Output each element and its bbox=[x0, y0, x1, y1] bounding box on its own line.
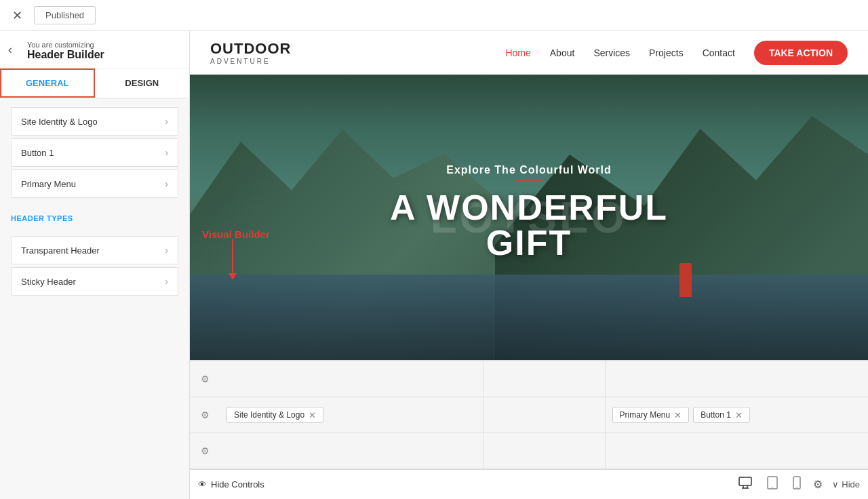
sidebar-items-section: Site Identity & Logo › Button 1 › Primar… bbox=[0, 99, 189, 203]
sidebar-item-label: Primary Menu bbox=[21, 179, 76, 189]
nav-home[interactable]: Home bbox=[505, 47, 530, 58]
published-button[interactable]: Published bbox=[34, 6, 96, 24]
site-logo: OUTDOOR ADVENTURE bbox=[210, 41, 291, 64]
chip-site-identity: Site Identity & Logo ✕ bbox=[226, 407, 323, 423]
builder-row-2-center bbox=[484, 397, 606, 433]
hide-button[interactable]: ∨ Hide bbox=[832, 479, 860, 490]
arrow-head bbox=[229, 273, 237, 280]
svg-point-7 bbox=[796, 487, 797, 488]
builder-row-gear-3[interactable]: ⚙ bbox=[190, 445, 220, 456]
hero-background: LOYSEO Explore The Colourful World A WON… bbox=[190, 75, 868, 360]
builder-row-3-left bbox=[220, 433, 484, 468]
water-reflection bbox=[190, 275, 868, 360]
sidebar-header: ‹ You are customizing Header Builder bbox=[0, 31, 189, 68]
main-layout: ‹ You are customizing Header Builder GEN… bbox=[0, 31, 868, 499]
chip-remove-button1[interactable]: ✕ bbox=[735, 411, 743, 420]
header-types-label: HEADER TYPES bbox=[0, 203, 189, 228]
arrow-line bbox=[232, 239, 233, 273]
top-bar: ✕ Published bbox=[0, 0, 868, 31]
close-button[interactable]: ✕ bbox=[7, 5, 27, 26]
tablet-view-button[interactable] bbox=[764, 473, 781, 496]
chip-remove-site-identity[interactable]: ✕ bbox=[309, 411, 316, 420]
hero-subtitle: Explore The Colourful World bbox=[359, 164, 698, 176]
builder-row-2-left: Site Identity & Logo ✕ bbox=[220, 397, 484, 433]
hero-figure bbox=[679, 263, 692, 297]
sidebar-item-sticky-header[interactable]: Sticky Header › bbox=[11, 267, 178, 296]
hero-text: Explore The Colourful World A WONDERFUL … bbox=[359, 164, 698, 260]
logo-line2: ADVENTURE bbox=[210, 58, 291, 65]
site-header-preview: OUTDOOR ADVENTURE Home About Services Pr… bbox=[190, 31, 868, 75]
sidebar-item-label: Sticky Header bbox=[21, 277, 76, 287]
cta-button[interactable]: TAKE ACTION bbox=[754, 41, 848, 65]
builder-row-3-right bbox=[606, 433, 869, 468]
builder-row-3-center bbox=[484, 433, 606, 468]
builder-row-3: ⚙ bbox=[190, 433, 868, 469]
chip-button1: Button 1 ✕ bbox=[693, 407, 750, 423]
builder-row-1: ⚙ bbox=[190, 361, 868, 397]
chevron-right-icon: › bbox=[165, 147, 168, 158]
builder-row-2-right: Primary Menu ✕ Button 1 ✕ bbox=[606, 397, 869, 433]
hero-section: LOYSEO Explore The Colourful World A WON… bbox=[190, 75, 868, 360]
customizing-label: You are customizing bbox=[27, 41, 178, 49]
builder-row-1-left bbox=[220, 361, 484, 397]
top-bar-left: ✕ Published bbox=[0, 5, 96, 26]
sidebar-item-site-identity[interactable]: Site Identity & Logo › bbox=[11, 107, 178, 136]
builder-grid: ⚙ ⚙ Site Identity & Logo ✕ bbox=[190, 360, 868, 469]
hide-label: Hide bbox=[842, 479, 860, 490]
tab-general[interactable]: GENERAL bbox=[0, 68, 95, 98]
settings-gear-button[interactable]: ⚙ bbox=[813, 478, 823, 491]
site-nav: Home About Services Projects Contact TAK… bbox=[505, 41, 848, 65]
hide-controls-label: Hide Controls bbox=[211, 479, 264, 490]
mobile-view-button[interactable] bbox=[790, 473, 804, 496]
builder-row-1-right bbox=[606, 361, 869, 397]
nav-projects[interactable]: Projects bbox=[649, 47, 684, 58]
chevron-down-icon: ∨ bbox=[832, 479, 839, 490]
desktop-view-button[interactable] bbox=[736, 474, 755, 495]
hero-divider bbox=[515, 180, 542, 182]
bottom-bar-right: ⚙ ∨ Hide bbox=[736, 473, 860, 496]
chip-label: Site Identity & Logo bbox=[234, 410, 304, 420]
builder-row-gear-2[interactable]: ⚙ bbox=[190, 410, 220, 420]
bottom-bar: 👁 Hide Controls bbox=[190, 469, 868, 499]
chevron-right-icon: › bbox=[165, 276, 168, 287]
preview-area: OUTDOOR ADVENTURE Home About Services Pr… bbox=[190, 31, 868, 469]
sidebar-item-transparent-header[interactable]: Transparent Header › bbox=[11, 236, 178, 264]
nav-contact[interactable]: Contact bbox=[703, 47, 735, 58]
builder-row-gear-1[interactable]: ⚙ bbox=[190, 374, 220, 384]
chip-remove-primary-menu[interactable]: ✕ bbox=[674, 411, 682, 420]
svg-point-5 bbox=[772, 487, 773, 488]
visual-builder-arrow bbox=[229, 239, 237, 280]
chip-primary-menu: Primary Menu ✕ bbox=[612, 407, 690, 423]
sidebar-tabs: GENERAL DESIGN bbox=[0, 68, 189, 99]
sidebar-item-label: Transparent Header bbox=[21, 245, 100, 256]
sidebar-item-label: Button 1 bbox=[21, 148, 54, 158]
header-types-section: Transparent Header › Sticky Header › bbox=[0, 228, 189, 301]
chevron-right-icon: › bbox=[165, 178, 168, 189]
sidebar-title: Header Builder bbox=[27, 49, 178, 61]
sidebar-item-button1[interactable]: Button 1 › bbox=[11, 138, 178, 167]
hero-title: A WONDERFUL GIFT bbox=[359, 190, 698, 260]
tab-design[interactable]: DESIGN bbox=[95, 68, 190, 98]
chevron-right-icon: › bbox=[165, 245, 168, 256]
svg-rect-0 bbox=[739, 477, 751, 485]
sidebar-item-label: Site Identity & Logo bbox=[21, 117, 98, 127]
sidebar-back-button[interactable]: ‹ bbox=[8, 43, 12, 57]
chip-label: Button 1 bbox=[701, 410, 731, 420]
builder-row-1-center bbox=[484, 361, 606, 397]
builder-row-2: ⚙ Site Identity & Logo ✕ Primary Menu ✕ bbox=[190, 397, 868, 433]
chip-label: Primary Menu bbox=[620, 410, 671, 420]
nav-about[interactable]: About bbox=[550, 47, 575, 58]
nav-services[interactable]: Services bbox=[593, 47, 630, 58]
eye-icon: 👁 bbox=[198, 479, 207, 490]
preview-wrapper: OUTDOOR ADVENTURE Home About Services Pr… bbox=[190, 31, 868, 499]
sidebar: ‹ You are customizing Header Builder GEN… bbox=[0, 31, 190, 499]
sidebar-item-primary-menu[interactable]: Primary Menu › bbox=[11, 169, 178, 198]
chevron-right-icon: › bbox=[165, 116, 168, 127]
visual-builder-label: Visual Builder bbox=[202, 228, 270, 240]
logo-line1: OUTDOOR bbox=[210, 41, 291, 57]
hide-controls-btn[interactable]: 👁 Hide Controls bbox=[198, 479, 264, 490]
